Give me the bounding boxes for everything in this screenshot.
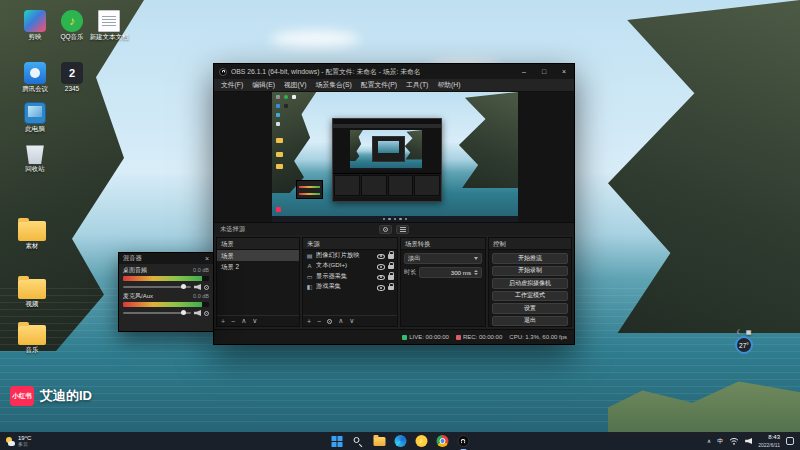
tray-expand-button[interactable]: ∧ — [707, 438, 711, 444]
desktop-icon-qqmusic[interactable]: ♪ QQ音乐 — [52, 10, 92, 42]
folder-icon — [18, 325, 46, 345]
search-button[interactable] — [352, 435, 365, 448]
mixer-close-icon[interactable]: × — [205, 255, 209, 262]
settings-button[interactable]: 设置 — [492, 303, 568, 314]
start-button[interactable] — [331, 435, 344, 448]
mini-dock — [334, 175, 360, 196]
maximize-button[interactable]: □ — [534, 64, 554, 79]
source-item[interactable]: ▤ 图像幻灯片放映 — [303, 250, 397, 261]
chrome-button[interactable] — [436, 435, 449, 448]
ime-indicator[interactable]: 中 — [717, 437, 723, 446]
visibility-eye-icon[interactable] — [377, 283, 385, 290]
file-explorer-button[interactable] — [373, 435, 386, 448]
minimize-button[interactable]: – — [514, 64, 534, 79]
notification-icon[interactable] — [786, 437, 794, 445]
exit-button[interactable]: 退出 — [492, 316, 568, 327]
source-item[interactable]: ▭ 显示器采集 — [303, 271, 397, 282]
obs-taskbar-button[interactable] — [457, 435, 470, 448]
lock-icon[interactable] — [388, 265, 394, 270]
lock-icon[interactable] — [388, 254, 394, 259]
volume-icon[interactable] — [745, 438, 752, 444]
scene-item[interactable]: 场景 2 — [217, 261, 299, 272]
close-button[interactable]: × — [554, 64, 574, 79]
streamer-id: 艾迪的ID — [40, 387, 92, 405]
menu-file[interactable]: 文件(F) — [221, 80, 243, 90]
source-item[interactable]: ◧ 游戏采集 — [303, 282, 397, 293]
mini-obs-docks — [333, 173, 441, 197]
speaker-icon[interactable] — [194, 310, 201, 316]
obs-titlebar[interactable]: OBS 26.1.1 (64-bit, windows) - 配置文件: 未命名… — [214, 64, 574, 79]
source-up-button[interactable]: ∧ — [338, 317, 343, 325]
duration-spinner[interactable]: 300 ms — [419, 267, 482, 278]
controls-dock-title: 控制 — [489, 238, 571, 250]
filters-button[interactable] — [396, 225, 409, 234]
mini-folder-icon — [276, 152, 283, 157]
screen: 剪映 ♪ QQ音乐 新建文本文档 腾讯会议 2 2345 此电脑 回收站 素材 … — [0, 0, 800, 450]
start-streaming-button[interactable]: 开始推流 — [492, 253, 568, 264]
moon-icon: ☾ — [736, 328, 741, 335]
weather-icon — [6, 437, 15, 446]
properties-button[interactable] — [379, 225, 392, 234]
add-scene-button[interactable]: + — [221, 318, 225, 325]
music-app-button[interactable]: ♪ — [415, 435, 428, 448]
menu-profile[interactable]: 配置文件(P) — [361, 80, 397, 90]
desktop-icon-meeting[interactable]: 腾讯会议 — [15, 62, 55, 94]
scene-down-button[interactable]: ∨ — [252, 317, 257, 325]
desktop-icon-folder-1[interactable]: 素材 — [12, 218, 52, 251]
desktop-icon-folder-3[interactable]: 音乐 — [12, 322, 52, 355]
transition-select[interactable]: 淡出 — [404, 253, 482, 264]
icon-label: 视频 — [26, 300, 39, 309]
studio-mode-button[interactable]: 工作室模式 — [492, 291, 568, 302]
volume-slider[interactable] — [123, 312, 191, 314]
add-source-button[interactable]: + — [307, 318, 311, 325]
edge-button[interactable] — [394, 435, 407, 448]
desktop-icon-app2[interactable]: 2 2345 — [52, 62, 92, 92]
taskbar-clock[interactable]: 8:43 2022/6/11 — [758, 434, 780, 447]
mini-desktop-icon — [292, 95, 296, 99]
source-item[interactable]: A 文本(GDI+) — [303, 261, 397, 272]
mixer-titlebar[interactable]: 混音器 × — [119, 253, 213, 264]
source-properties-gear-icon[interactable] — [327, 319, 332, 324]
slider-knob[interactable] — [181, 310, 186, 315]
lock-icon[interactable] — [388, 275, 394, 280]
duration-row: 时长 300 ms — [404, 267, 482, 278]
temperature-ball[interactable]: 27° — [735, 336, 753, 354]
channel-gear-icon[interactable] — [204, 311, 209, 316]
lock-icon[interactable] — [388, 286, 394, 291]
scene-item[interactable]: 场景 — [217, 250, 299, 261]
menu-edit[interactable]: 编辑(E) — [252, 80, 275, 90]
menu-help[interactable]: 帮助(H) — [437, 80, 460, 90]
desktop-icon-textdoc[interactable]: 新建文本文档 — [89, 10, 129, 42]
desktop-icon-this-pc[interactable]: 此电脑 — [15, 102, 55, 134]
rec-indicator-icon — [456, 335, 461, 340]
visibility-eye-icon[interactable] — [377, 262, 385, 269]
remove-scene-button[interactable]: − — [231, 318, 235, 325]
tray-date: 2022/6/11 — [758, 442, 780, 448]
temperature-widget[interactable]: ☾ ▦ 27° — [735, 328, 753, 354]
visibility-eye-icon[interactable] — [377, 273, 385, 280]
transitions-dock: 场景转换 淡出 时长 300 ms — [400, 237, 486, 327]
desktop-icon-jianying[interactable]: 剪映 — [15, 10, 55, 42]
taskbar-weather[interactable]: 19°C 多云 — [0, 432, 37, 450]
menu-scene-collection[interactable]: 场景集合(S) — [316, 80, 352, 90]
mini-taskbar-icon — [399, 218, 402, 221]
visibility-eye-icon[interactable] — [377, 252, 385, 259]
wifi-icon[interactable] — [729, 437, 739, 445]
menu-tools[interactable]: 工具(T) — [406, 80, 428, 90]
channel-gear-icon[interactable] — [204, 285, 209, 290]
obs-preview-area[interactable] — [214, 92, 574, 222]
scene-up-button[interactable]: ∧ — [241, 317, 246, 325]
desktop-icon-folder-2[interactable]: 视频 — [12, 276, 52, 309]
slider-knob[interactable] — [181, 284, 186, 289]
widget-icons: ☾ ▦ — [736, 328, 751, 335]
mixer-channel-desktop-audio: 桌面音频 0.0 dB — [119, 264, 213, 290]
volume-slider[interactable] — [123, 286, 191, 288]
remove-source-button[interactable]: − — [317, 318, 321, 325]
source-down-button[interactable]: ∨ — [349, 317, 354, 325]
menu-view[interactable]: 视图(V) — [284, 80, 307, 90]
folder-icon — [18, 221, 46, 241]
music-app-icon: ♪ — [415, 435, 427, 447]
virtual-camera-button[interactable]: 启动虚拟摄像机 — [492, 278, 568, 289]
desktop-icon-recycle-bin[interactable]: 回收站 — [15, 142, 55, 174]
start-recording-button[interactable]: 开始录制 — [492, 266, 568, 277]
